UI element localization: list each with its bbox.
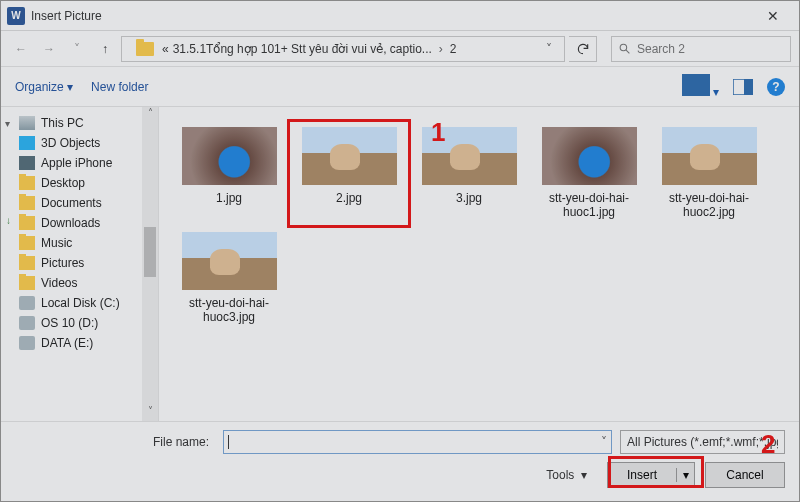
chevron-right-icon[interactable]: › [436, 42, 446, 56]
tree-item-label: Downloads [41, 216, 100, 230]
file-name-dropdown[interactable]: ˅ [601, 435, 607, 449]
organize-menu[interactable]: Organize ▾ [15, 80, 73, 94]
breadcrumb-current[interactable]: 2 [450, 42, 457, 56]
cancel-button[interactable]: Cancel [705, 462, 785, 488]
folder-icon [19, 196, 35, 210]
tools-menu[interactable]: Tools ▾ [546, 468, 587, 482]
breadcrumb-prefix: « [162, 42, 169, 56]
preview-pane-button[interactable] [733, 79, 753, 95]
disk-icon [19, 296, 35, 310]
nav-bar: ← → ˅ ↑ « 31.5.1Tổng hợp 101+ Stt yêu đờ… [1, 31, 799, 67]
folder-icon [19, 216, 35, 230]
word-app-icon: W [7, 7, 25, 25]
file-item[interactable]: 3.jpg [409, 121, 529, 226]
dialog-footer: File name: ˅ All Pictures (*.emf;*.wmf;*… [1, 421, 799, 501]
recent-dropdown[interactable]: ˅ [65, 37, 89, 61]
folder-icon [136, 42, 154, 56]
file-type-filter[interactable]: All Pictures (*.emf;*.wmf;*.jpg;*.j [620, 430, 785, 454]
dialog-title: Insert Picture [31, 9, 753, 23]
folder-icon [19, 276, 35, 290]
file-name-label: stt-yeu-doi-hai-huoc2.jpg [654, 191, 764, 220]
tree-item-3d-objects[interactable]: 3D Objects [1, 133, 158, 153]
tree-item-apple-iphone[interactable]: Apple iPhone [1, 153, 158, 173]
file-name-label: stt-yeu-doi-hai-huoc3.jpg [174, 296, 284, 325]
obj-icon [19, 136, 35, 150]
toolbar: Organize ▾ New folder ▾ ? [1, 67, 799, 107]
file-name-value [228, 435, 229, 449]
tree-item-label: Music [41, 236, 72, 250]
tree-item-label: This PC [41, 116, 84, 130]
tree-item-data-e-[interactable]: DATA (E:) [1, 333, 158, 353]
file-item[interactable]: stt-yeu-doi-hai-huoc1.jpg [529, 121, 649, 226]
tree-item-label: Desktop [41, 176, 85, 190]
folder-icon [19, 236, 35, 250]
caret-icon: ▾ [5, 118, 10, 129]
tree-item-this-pc[interactable]: ▾This PC [1, 113, 158, 133]
view-options-button[interactable]: ▾ [682, 74, 719, 99]
title-bar: W Insert Picture ✕ [1, 1, 799, 31]
thumbnail-image [182, 232, 277, 290]
thumbnail-image [422, 127, 517, 185]
search-icon [618, 42, 631, 55]
thumbnail-image [182, 127, 277, 185]
svg-point-0 [620, 44, 627, 51]
tree-item-label: DATA (E:) [41, 336, 93, 350]
thumbnail-image [662, 127, 757, 185]
folder-icon [19, 176, 35, 190]
back-button[interactable]: ← [9, 37, 33, 61]
disk-icon [19, 316, 35, 330]
search-placeholder: Search 2 [637, 42, 685, 56]
tree-scrollbar[interactable]: ˄ ˅ [142, 107, 158, 421]
search-input[interactable]: Search 2 [611, 36, 791, 62]
tree-item-label: Documents [41, 196, 102, 210]
close-button[interactable]: ✕ [753, 8, 793, 24]
up-button[interactable]: ↑ [93, 37, 117, 61]
file-name-label: File name: [15, 435, 215, 449]
insert-picture-dialog: W Insert Picture ✕ ← → ˅ ↑ « 31.5.1Tổng … [0, 0, 800, 502]
file-name-label: 2.jpg [336, 191, 362, 205]
insert-dropdown[interactable]: ▾ [676, 468, 694, 482]
svg-line-1 [626, 50, 629, 53]
file-name-label: 1.jpg [216, 191, 242, 205]
tree-item-label: Local Disk (C:) [41, 296, 120, 310]
file-list[interactable]: 1.jpg2.jpg3.jpgstt-yeu-doi-hai-huoc1.jpg… [159, 107, 799, 421]
thumbnail-image [542, 127, 637, 185]
folder-icon [19, 256, 35, 270]
tree-item-label: Pictures [41, 256, 84, 270]
scroll-thumb[interactable] [144, 227, 156, 277]
navigation-tree[interactable]: ▾This PC3D ObjectsApple iPhoneDesktopDoc… [1, 107, 159, 421]
tree-item-desktop[interactable]: Desktop [1, 173, 158, 193]
tree-item-local-disk-c-[interactable]: Local Disk (C:) [1, 293, 158, 313]
tree-item-videos[interactable]: Videos [1, 273, 158, 293]
help-button[interactable]: ? [767, 78, 785, 96]
tree-item-label: Apple iPhone [41, 156, 112, 170]
tree-item-downloads[interactable]: Downloads [1, 213, 158, 233]
forward-button: → [37, 37, 61, 61]
thumbnail-image [302, 127, 397, 185]
tree-item-label: 3D Objects [41, 136, 100, 150]
scroll-up-icon[interactable]: ˄ [142, 107, 158, 123]
disk-icon [19, 336, 35, 350]
address-dropdown[interactable]: ˅ [540, 42, 558, 56]
insert-button[interactable]: Insert ▾ [607, 462, 695, 488]
breadcrumb-parent[interactable]: 31.5.1Tổng hợp 101+ Stt yêu đời vui vẻ, … [173, 42, 432, 56]
new-folder-button[interactable]: New folder [91, 80, 148, 94]
tree-item-label: Videos [41, 276, 77, 290]
file-item[interactable]: stt-yeu-doi-hai-huoc3.jpg [169, 226, 289, 331]
tree-item-pictures[interactable]: Pictures [1, 253, 158, 273]
tree-item-music[interactable]: Music [1, 233, 158, 253]
file-name-input[interactable]: ˅ [223, 430, 612, 454]
file-item[interactable]: 1.jpg [169, 121, 289, 226]
refresh-button[interactable] [569, 36, 597, 62]
tree-item-documents[interactable]: Documents [1, 193, 158, 213]
address-bar[interactable]: « 31.5.1Tổng hợp 101+ Stt yêu đời vui vẻ… [121, 36, 565, 62]
pc-icon [19, 116, 35, 130]
file-item[interactable]: 2.jpg [289, 121, 409, 226]
svg-rect-3 [744, 79, 753, 95]
scroll-down-icon[interactable]: ˅ [142, 405, 158, 421]
file-item[interactable]: stt-yeu-doi-hai-huoc2.jpg [649, 121, 769, 226]
file-name-label: stt-yeu-doi-hai-huoc1.jpg [534, 191, 644, 220]
tree-item-label: OS 10 (D:) [41, 316, 98, 330]
phone-icon [19, 156, 35, 170]
tree-item-os-10-d-[interactable]: OS 10 (D:) [1, 313, 158, 333]
